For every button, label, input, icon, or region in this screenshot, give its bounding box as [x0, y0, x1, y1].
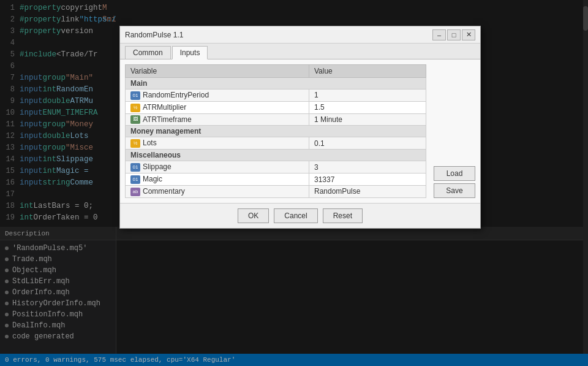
variable-cell: 01Magic	[126, 173, 309, 186]
dialog-controls[interactable]: – □ ✕	[432, 29, 475, 40]
table-row[interactable]: 🖼ATRTimeframe1 Minute	[126, 113, 426, 126]
value-cell[interactable]: 1	[309, 90, 426, 102]
save-button[interactable]: Save	[434, 183, 475, 198]
value-cell[interactable]: 0.1	[309, 137, 426, 150]
variable-cell: 01RandomEntryPeriod	[126, 90, 309, 102]
col-variable: Variable	[126, 65, 309, 78]
variable-cell: 🖼ATRTimeframe	[126, 113, 309, 126]
dialog-footer[interactable]: OK Cancel Reset	[120, 203, 480, 228]
variable-name: Slippage	[143, 162, 172, 171]
table-group-header: Money management	[126, 126, 426, 137]
load-button[interactable]: Load	[434, 166, 475, 181]
variable-cell: 01Slippage	[126, 161, 309, 173]
params-table: Variable Value Main01RandomEntryPeriod1½…	[125, 64, 426, 198]
table-group-header: Main	[126, 78, 426, 90]
col-value: Value	[309, 65, 426, 78]
table-group-header: Miscellaneous	[126, 150, 426, 161]
variable-icon: 🖼	[130, 115, 140, 124]
group-name: Main	[126, 78, 426, 90]
table-row[interactable]: 01Slippage3	[126, 161, 426, 173]
variable-cell: ½Lots	[126, 137, 309, 150]
dialog-titlebar[interactable]: RandomPulse 1.1 – □ ✕	[120, 26, 480, 44]
value-cell[interactable]: 3	[309, 161, 426, 173]
variable-name: RandomEntryPeriod	[143, 91, 209, 99]
cancel-button[interactable]: Cancel	[274, 208, 317, 223]
value-cell[interactable]: 1 Minute	[309, 113, 426, 126]
group-name: Miscellaneous	[126, 150, 426, 161]
tab-common[interactable]: Common	[125, 46, 171, 59]
table-row[interactable]: ½ATRMultiplier1.5	[126, 101, 426, 113]
variable-name: Lots	[143, 139, 157, 147]
minimize-button[interactable]: –	[432, 29, 446, 40]
dialog-title: RandomPulse 1.1	[125, 31, 432, 39]
variable-name: Magic	[143, 175, 162, 183]
variable-icon: 01	[130, 163, 140, 172]
reset-button[interactable]: Reset	[323, 208, 363, 223]
value-cell[interactable]: 1.5	[309, 101, 426, 113]
variable-name: Commentary	[143, 187, 185, 196]
variable-name: ATRMultiplier	[143, 103, 186, 112]
table-row[interactable]: 01Magic31337	[126, 173, 426, 186]
variable-icon: ½	[130, 104, 140, 112]
load-save-panel: LoadSave	[431, 59, 480, 203]
table-wrapper: Variable Value Main01RandomEntryPeriod1½…	[120, 59, 431, 203]
table-row[interactable]: abCommentaryRandomPulse	[126, 185, 426, 197]
table-row[interactable]: 01RandomEntryPeriod1	[126, 90, 426, 102]
variable-icon: 01	[130, 91, 140, 100]
ok-button[interactable]: OK	[238, 208, 269, 223]
group-name: Money management	[126, 126, 426, 137]
table-row[interactable]: ½Lots0.1	[126, 137, 426, 150]
close-button[interactable]: ✕	[462, 29, 475, 40]
variable-icon: 01	[130, 175, 140, 184]
variable-icon: ab	[130, 188, 140, 196]
maximize-button[interactable]: □	[447, 29, 461, 40]
dialog: RandomPulse 1.1 – □ ✕ Common Inputs Vari…	[119, 26, 481, 229]
variable-icon: ½	[130, 139, 140, 148]
dialog-tabs[interactable]: Common Inputs	[120, 44, 480, 59]
value-cell[interactable]: RandomPulse	[309, 185, 426, 197]
value-cell[interactable]: 31337	[309, 173, 426, 186]
variable-cell: ½ATRMultiplier	[126, 101, 309, 113]
tab-inputs[interactable]: Inputs	[172, 46, 208, 59]
variable-name: ATRTimeframe	[143, 115, 192, 124]
variable-cell: abCommentary	[126, 185, 309, 197]
dialog-content: Variable Value Main01RandomEntryPeriod1½…	[120, 59, 480, 203]
